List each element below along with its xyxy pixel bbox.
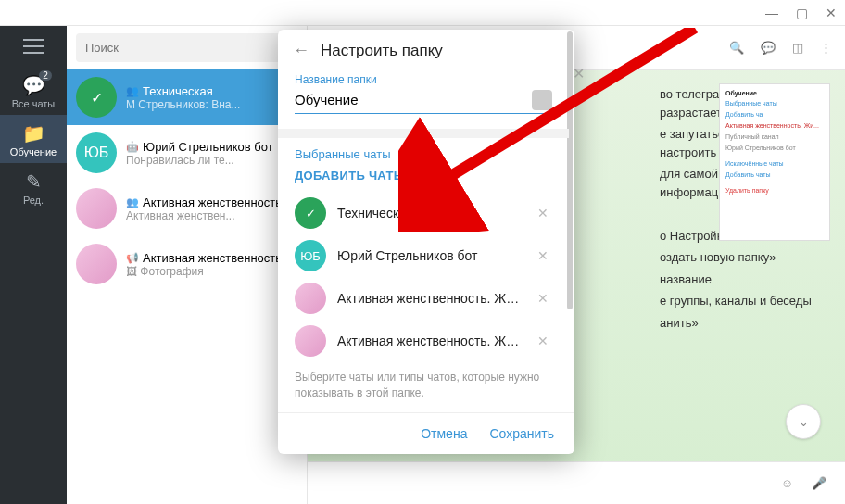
selected-chat-name: Активная женственность. Жизн... (337, 334, 523, 348)
folder-name-input[interactable] (295, 86, 526, 113)
remove-chat-button[interactable]: ✕ (534, 206, 552, 220)
selected-chat-name: Юрий Стрельников бот (337, 248, 523, 263)
selected-chats-header: Выбранные чаты (295, 147, 552, 161)
modal-overlay: ← Настроить папку Название папки Выбранн… (0, 0, 845, 504)
avatar: ✓ (295, 197, 326, 229)
selected-chat-row: Активная женственность. Жизн... ✕ (295, 277, 552, 320)
dialog-title: Настроить папку (321, 42, 560, 60)
avatar (295, 325, 326, 357)
remove-chat-button[interactable]: ✕ (534, 291, 552, 306)
selected-chat-name: Активная женственность. Жизн... (337, 291, 523, 306)
folder-emoji-button[interactable] (532, 90, 552, 110)
selected-chat-row: Активная женственность. Жизн... ✕ (295, 320, 552, 362)
remove-chat-button[interactable]: ✕ (534, 248, 552, 263)
cancel-button[interactable]: Отмена (421, 426, 467, 441)
remove-chat-button[interactable]: ✕ (534, 334, 552, 348)
folder-name-label: Название папки (295, 73, 552, 86)
back-button[interactable]: ← (293, 41, 309, 60)
folder-settings-dialog: ← Настроить папку Название папки Выбранн… (278, 30, 574, 454)
avatar (295, 283, 326, 314)
avatar: ЮБ (295, 240, 326, 271)
close-dialog-button[interactable]: ✕ (573, 65, 845, 82)
selected-chat-name: Техническая (337, 206, 523, 220)
dialog-hint: Выберите чаты или типы чатов, которые ну… (295, 370, 552, 401)
selected-chat-row: ✓ Техническая ✕ (295, 192, 552, 234)
save-button[interactable]: Сохранить (489, 426, 554, 441)
add-chats-button[interactable]: ДОБАВИТЬ ЧАТЫ (295, 169, 552, 183)
selected-chat-row: ЮБ Юрий Стрельников бот ✕ (295, 234, 552, 277)
